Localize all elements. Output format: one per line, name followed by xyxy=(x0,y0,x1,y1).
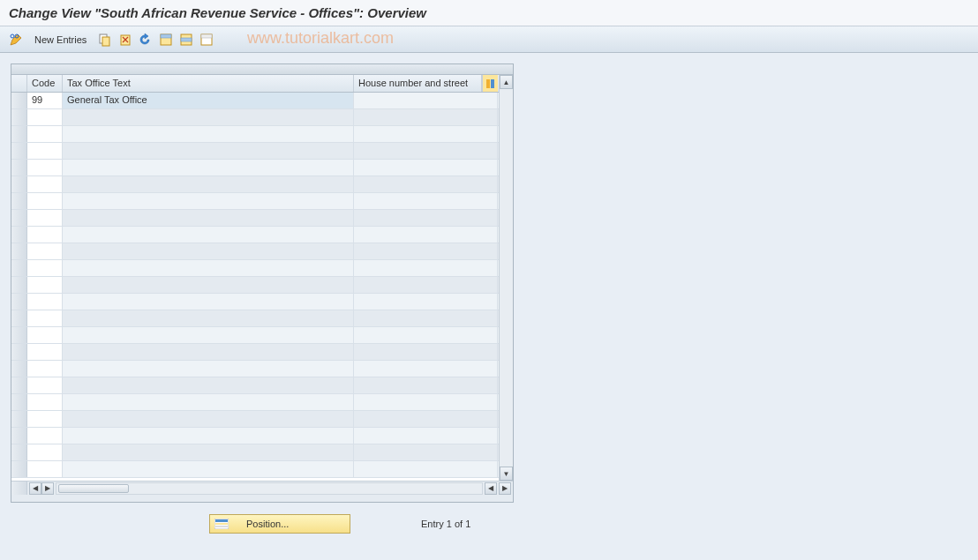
undo-icon xyxy=(139,33,153,47)
row-selector[interactable] xyxy=(11,327,27,343)
table-row[interactable] xyxy=(11,210,499,227)
hscroll-track[interactable] xyxy=(56,482,483,495)
table-container: Code Tax Office Text House number and st… xyxy=(11,63,514,503)
row-selector[interactable] xyxy=(11,377,27,393)
table-row[interactable] xyxy=(11,327,499,344)
table-row[interactable] xyxy=(11,344,499,361)
row-selector[interactable] xyxy=(11,461,27,477)
table-drag-bar[interactable] xyxy=(11,64,513,75)
table-row[interactable] xyxy=(11,227,499,243)
page-title: Change View "South African Revenue Servi… xyxy=(9,5,426,20)
svg-rect-11 xyxy=(486,79,490,88)
scroll-right-button[interactable]: ▶ xyxy=(41,482,54,495)
svg-point-0 xyxy=(11,34,14,38)
cell-code[interactable]: 99 xyxy=(27,93,63,108)
cell-text[interactable]: General Tax Office xyxy=(63,93,354,108)
entry-count-text: Entry 1 of 1 xyxy=(421,519,470,529)
table-row[interactable] xyxy=(11,310,499,327)
horizontal-scrollbar[interactable]: ◀ ▶ ◀ ▶ xyxy=(27,482,513,495)
undo-button[interactable] xyxy=(137,31,154,49)
table-row[interactable] xyxy=(11,143,499,160)
row-selector[interactable] xyxy=(11,344,27,360)
row-selector[interactable] xyxy=(11,176,27,192)
scroll-down-button[interactable]: ▼ xyxy=(500,467,513,481)
hscroll-thumb[interactable] xyxy=(58,484,129,493)
configure-columns-button[interactable] xyxy=(482,75,498,92)
scroll-right-end-button[interactable]: ▶ xyxy=(499,482,511,495)
row-selector[interactable] xyxy=(11,93,27,108)
table-row[interactable]: 99 General Tax Office xyxy=(11,93,499,109)
row-selector[interactable] xyxy=(11,160,27,175)
table-row[interactable] xyxy=(11,428,499,444)
row-selector[interactable] xyxy=(11,444,27,460)
table-body: 99 General Tax Office xyxy=(11,93,499,481)
column-header-house[interactable]: House number and street xyxy=(354,75,482,92)
hscroll-corner xyxy=(11,482,27,495)
row-selector[interactable] xyxy=(11,411,27,427)
row-selector[interactable] xyxy=(11,428,27,444)
column-header-code[interactable]: Code xyxy=(27,75,63,92)
table-row[interactable] xyxy=(11,260,499,277)
table-row[interactable] xyxy=(11,277,499,294)
title-bar: Change View "South African Revenue Servi… xyxy=(0,0,978,26)
row-selector[interactable] xyxy=(11,126,27,142)
table-row[interactable] xyxy=(11,109,499,126)
table-row[interactable] xyxy=(11,243,499,260)
row-selector[interactable] xyxy=(11,260,27,276)
table-row[interactable] xyxy=(11,377,499,394)
table-row[interactable] xyxy=(11,126,499,143)
select-all-button[interactable] xyxy=(157,31,175,49)
delete-icon xyxy=(118,33,132,47)
svg-rect-3 xyxy=(102,37,109,46)
row-selector[interactable] xyxy=(11,310,27,326)
position-button[interactable]: Position... xyxy=(209,514,350,534)
table-row[interactable] xyxy=(11,411,499,428)
table-row[interactable] xyxy=(11,160,499,176)
select-block-icon xyxy=(179,33,193,47)
svg-rect-12 xyxy=(491,79,494,88)
column-header-text[interactable]: Tax Office Text xyxy=(63,75,354,92)
vertical-scrollbar[interactable]: ▲ ▼ xyxy=(499,75,513,481)
content-area: Code Tax Office Text House number and st… xyxy=(0,53,978,513)
new-entries-button[interactable]: New Entries xyxy=(27,32,94,48)
row-selector[interactable] xyxy=(11,294,27,310)
scroll-up-button[interactable]: ▲ xyxy=(500,75,513,89)
copy-as-button[interactable] xyxy=(96,31,114,49)
deselect-icon xyxy=(199,33,214,47)
select-all-rows-header[interactable] xyxy=(11,75,27,92)
change-icon-button[interactable] xyxy=(7,31,25,49)
row-selector[interactable] xyxy=(11,193,27,209)
scroll-left-end-button[interactable]: ◀ xyxy=(485,482,497,495)
table-row[interactable] xyxy=(11,461,499,478)
table-row[interactable] xyxy=(11,176,499,193)
table-row[interactable] xyxy=(11,444,499,461)
row-selector[interactable] xyxy=(11,109,27,125)
row-selector[interactable] xyxy=(11,361,27,377)
row-selector[interactable] xyxy=(11,277,27,293)
table-row[interactable] xyxy=(11,193,499,210)
cell-house[interactable] xyxy=(354,93,498,108)
select-block-button[interactable] xyxy=(177,31,195,49)
table-row[interactable] xyxy=(11,294,499,310)
table-row[interactable] xyxy=(11,394,499,411)
copy-icon xyxy=(98,33,112,47)
svg-rect-15 xyxy=(215,523,228,525)
row-selector[interactable] xyxy=(11,227,27,243)
select-all-icon xyxy=(159,33,173,47)
svg-rect-14 xyxy=(215,519,228,522)
scroll-track[interactable] xyxy=(500,89,513,467)
svg-rect-6 xyxy=(161,34,171,38)
svg-rect-10 xyxy=(201,34,212,38)
pencil-glasses-icon xyxy=(9,33,23,47)
row-selector[interactable] xyxy=(11,210,27,226)
row-selector[interactable] xyxy=(11,394,27,410)
horizontal-scrollbar-container: ◀ ▶ ◀ ▶ xyxy=(11,481,513,495)
row-selector[interactable] xyxy=(11,243,27,259)
row-selector[interactable] xyxy=(11,143,27,159)
delete-button[interactable] xyxy=(117,31,134,49)
footer-bar: Position... Entry 1 of 1 xyxy=(0,514,978,534)
table-row[interactable] xyxy=(11,361,499,377)
deselect-all-button[interactable] xyxy=(198,31,215,49)
scroll-left-button[interactable]: ◀ xyxy=(29,482,41,495)
toolbar: New Entries xyxy=(0,26,978,53)
